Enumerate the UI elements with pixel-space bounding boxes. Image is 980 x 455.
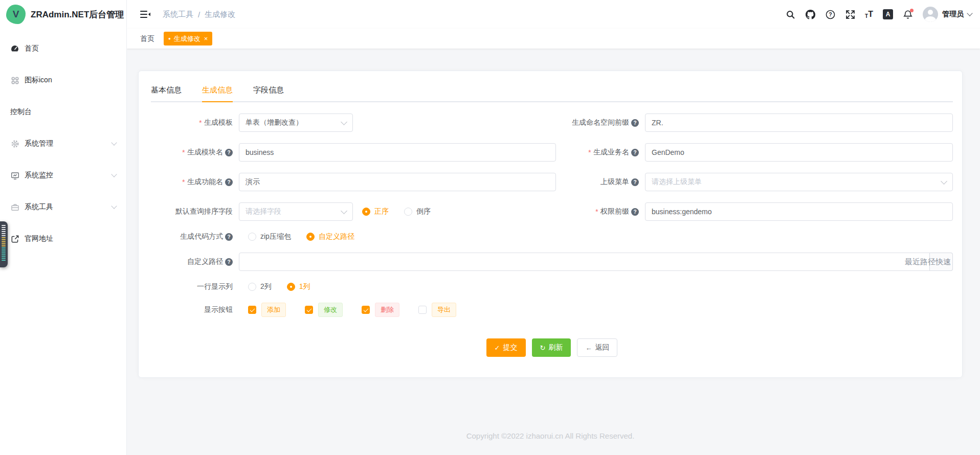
recent-path-button[interactable] (929, 253, 953, 271)
refresh-button[interactable]: ↻ 刷新 (532, 338, 571, 357)
back-button[interactable]: ← 返回 (577, 338, 617, 357)
collapse-sidebar-icon[interactable] (140, 10, 150, 19)
help-circle-icon[interactable]: ? (225, 178, 233, 186)
radio-dot (248, 283, 256, 291)
sort-field-select[interactable]: 请选择字段 (239, 202, 353, 221)
function-input[interactable] (239, 173, 556, 191)
template-select[interactable]: 单表（增删改查） (239, 113, 353, 132)
tag-export: 导出 (432, 303, 456, 317)
fullscreen-icon[interactable] (845, 9, 855, 19)
form-row: 一行显示列 2列 1列 (151, 282, 953, 291)
tag-label: 生成修改 (174, 34, 201, 43)
dashboard-icon (10, 44, 19, 53)
logo-row[interactable]: V ZRAdmin.NET后台管理 (0, 0, 126, 29)
sidebar-item-label: 系统工具 (25, 202, 53, 212)
radio-label: zip压缩包 (260, 232, 291, 241)
sidebar-item-system-tools[interactable]: 系统工具 (0, 191, 126, 223)
locale-icon[interactable]: A (883, 9, 893, 19)
checkbox-add[interactable] (248, 306, 256, 314)
radio-gen-zip[interactable]: zip压缩包 (248, 232, 291, 241)
active-dot-icon: ● (168, 37, 171, 41)
radio-label: 正序 (374, 207, 389, 216)
radio-gen-custom-path[interactable]: 自定义路径 (306, 232, 354, 241)
parent-menu-select[interactable]: 请选择上级菜单 (645, 173, 953, 191)
form-row: 自定义路径 ? 最近路径快速 (151, 253, 953, 271)
sidebar-item-label: 首页 (25, 44, 39, 53)
sidebar-item-console[interactable]: 控制台 (0, 96, 126, 128)
help-circle-icon[interactable]: ? (225, 233, 233, 241)
close-icon[interactable]: × (204, 35, 208, 42)
sidebar-item-website[interactable]: 官网地址 (0, 223, 126, 255)
sidebar-item-system-monitor[interactable]: 系统监控 (0, 160, 126, 191)
sidebar-item-label: 控制台 (10, 107, 32, 117)
sidebar-nav: 首页 图标icon 控制台 系统管理 (0, 29, 126, 255)
help-circle-icon[interactable]: ? (631, 178, 639, 186)
radio-two-columns[interactable]: 2列 (248, 282, 272, 291)
tab-basic-info[interactable]: 基本信息 (151, 83, 182, 102)
sidebar: V ZRAdmin.NET后台管理 首页 图标icon 控制台 (0, 0, 127, 455)
submit-button[interactable]: ✓ 提交 (486, 338, 526, 357)
locale-letter: A (886, 11, 890, 18)
perm-prefix-input[interactable] (645, 202, 953, 221)
radio-label: 1列 (299, 282, 310, 291)
form-row: 显示按钮 添加 修改 删除 (151, 303, 953, 317)
namespace-input[interactable] (645, 113, 953, 132)
required-mark: * (199, 119, 202, 127)
checkbox-export[interactable] (418, 306, 427, 314)
radio-sort-desc[interactable]: 倒序 (404, 207, 431, 216)
form-row: * 生成模块名 ? * 生成业务名 ? (151, 143, 953, 162)
checkbox-group-edit: 修改 (305, 303, 343, 317)
user-menu[interactable]: 管理员 (923, 7, 972, 22)
checkbox-delete[interactable] (362, 306, 370, 314)
breadcrumb-section[interactable]: 系统工具 (163, 10, 193, 19)
radio-dot (248, 233, 256, 241)
checkbox-edit[interactable] (305, 306, 313, 314)
bell-icon[interactable] (903, 9, 913, 19)
help-icon[interactable]: ? (825, 9, 835, 19)
tag-home[interactable]: 首页 (140, 34, 154, 43)
tab-generate-info[interactable]: 生成信息 (202, 83, 233, 102)
gen-type-label: 生成代码方式 ? (151, 232, 233, 241)
parent-menu-label: 上级菜单 ? (556, 177, 639, 187)
form-row: * 生成模板 单表（增删改查） 生成命名空间前缀 ? (151, 113, 953, 132)
theme-drawer-handle[interactable] (0, 221, 8, 267)
help-circle-icon[interactable]: ? (225, 149, 233, 156)
breadcrumb-separator: / (198, 10, 200, 19)
content-region: 系统工具 / 生成修改 ? TT (127, 0, 980, 455)
search-icon[interactable] (785, 9, 795, 19)
help-circle-icon[interactable]: ? (631, 208, 639, 216)
required-mark: * (595, 208, 598, 216)
custom-path-input[interactable] (239, 253, 953, 271)
font-size-icon[interactable]: TT (865, 10, 873, 19)
chevron-down-icon (967, 10, 972, 16)
refresh-icon: ↻ (540, 345, 546, 351)
tab-field-info[interactable]: 字段信息 (253, 83, 284, 102)
form-actions: ✓ 提交 ↻ 刷新 ← 返回 (151, 338, 953, 357)
help-circle-icon[interactable]: ? (631, 149, 639, 156)
required-mark: * (182, 178, 185, 186)
radio-dot (287, 283, 295, 291)
checkbox-group-add: 添加 (248, 303, 286, 317)
generator-form-card: 基本信息 生成信息 字段信息 * 生成模板 单表（增删改查） (138, 71, 963, 378)
radio-label: 自定义路径 (319, 232, 354, 241)
form-row: 默认查询排序字段 请选择字段 正序 倒序 (151, 202, 953, 221)
business-input[interactable] (645, 143, 953, 162)
help-circle-icon[interactable]: ? (631, 119, 639, 127)
sidebar-item-home[interactable]: 首页 (0, 33, 126, 64)
sidebar-item-system-manage[interactable]: 系统管理 (0, 128, 126, 160)
sidebar-item-icons[interactable]: 图标icon (0, 64, 126, 96)
chevron-down-icon (111, 140, 117, 145)
username: 管理员 (942, 10, 964, 19)
tag-edit: 修改 (318, 303, 343, 317)
radio-dot (362, 208, 370, 216)
radio-sort-asc[interactable]: 正序 (362, 207, 389, 216)
github-icon[interactable] (805, 9, 815, 19)
tag-active-page[interactable]: ● 生成修改 × (164, 32, 212, 46)
radio-one-column[interactable]: 1列 (287, 282, 310, 291)
chevron-down-icon (941, 178, 947, 185)
sort-field-placeholder: 请选择字段 (246, 207, 281, 216)
columns-label: 一行显示列 (151, 282, 233, 291)
sort-field-label: 默认查询排序字段 (151, 207, 233, 216)
help-circle-icon[interactable]: ? (225, 258, 233, 266)
module-input[interactable] (239, 143, 556, 162)
